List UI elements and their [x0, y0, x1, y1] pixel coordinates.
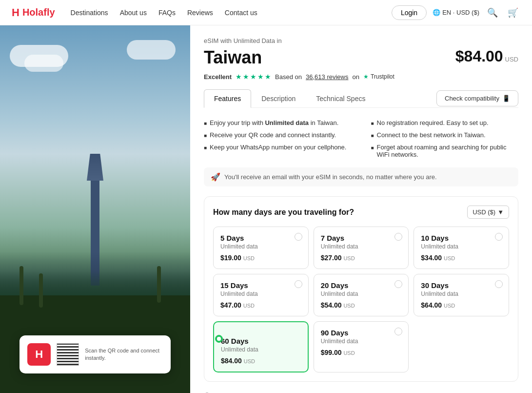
- tabs-row: Features Description Technical Specs Che…: [204, 89, 518, 108]
- palm-tree-1: [20, 266, 23, 305]
- rating-platform-text: on: [352, 73, 359, 81]
- nav-faqs[interactable]: FAQs: [158, 9, 176, 17]
- day-data-30: Unlimited data: [421, 290, 502, 297]
- product-image-column: H Scan the QR code and connect instantly…: [0, 25, 190, 393]
- day-label-90: 90 Days: [321, 329, 402, 337]
- esim-card-description: Scan the QR code and connect instantly.: [85, 347, 163, 362]
- day-price-7: $27.00 USD: [321, 254, 402, 262]
- star-4: ★: [257, 73, 264, 81]
- star-1: ★: [236, 73, 242, 81]
- star-2: ★: [243, 73, 249, 81]
- star-rating: ★ ★ ★ ★ ★: [236, 73, 271, 81]
- day-option-20[interactable]: 20 Days Unlimited data $54.00 USD: [314, 274, 409, 316]
- star-5-half: ★: [265, 73, 271, 81]
- trustpilot-icon: ★: [363, 73, 369, 80]
- feature-text-4: No registration required. Easy to set up…: [377, 119, 489, 126]
- day-radio-5: [295, 233, 302, 241]
- day-option-90[interactable]: 90 Days Unlimited data $99.00 USD: [314, 321, 409, 372]
- day-price-30: $64.00 USD: [421, 301, 502, 309]
- day-option-5[interactable]: 5 Days Unlimited data $19.00 USD: [213, 227, 309, 269]
- rating-label: Excellent: [204, 73, 232, 81]
- currency-selector[interactable]: USD ($) ▼: [467, 206, 509, 219]
- search-icon: 🔍: [487, 8, 498, 18]
- reviews-link[interactable]: 36,613 reviews: [306, 73, 348, 81]
- day-radio-10: [495, 233, 503, 241]
- bullet-2: ■: [204, 133, 207, 138]
- feature-left-3: ■ Keep your WhatsApp number on your cell…: [204, 142, 352, 160]
- day-price-15: $47.00 USD: [220, 301, 301, 309]
- product-title: Taiwan: [204, 47, 262, 68]
- product-price-unit: USD: [505, 56, 518, 63]
- cart-icon: 🛒: [508, 8, 518, 18]
- chevron-down-icon: ▼: [497, 208, 504, 216]
- day-label-5: 5 Days: [220, 234, 301, 242]
- days-grid: 5 Days Unlimited data $19.00 USD 7 Days …: [213, 227, 509, 372]
- days-header: How many days are you traveling for? USD…: [213, 206, 509, 219]
- product-details: eSIM with Unlimited Data in Taiwan $84.0…: [190, 25, 532, 393]
- cloud-decoration-3: [127, 40, 176, 60]
- qr-inner: [57, 344, 79, 365]
- day-data-60: Unlimited data: [221, 346, 301, 353]
- feature-right-2: ■ Connect to the best network in Taiwan.: [371, 130, 519, 140]
- currency-label: USD ($): [473, 208, 495, 216]
- language-selector[interactable]: 🌐 EN · USD ($): [433, 9, 479, 16]
- rocket-icon: 🚀: [211, 172, 220, 182]
- brand-logo[interactable]: H Holafly: [12, 6, 55, 19]
- day-option-7[interactable]: 7 Days Unlimited data $27.00 USD: [314, 227, 409, 269]
- language-label: EN · USD ($): [442, 9, 479, 16]
- tab-features[interactable]: Features: [204, 89, 251, 108]
- check-compatibility-button[interactable]: Check compatibility 📱: [436, 90, 518, 106]
- nav-reviews[interactable]: Reviews: [187, 9, 213, 17]
- nav-contact[interactable]: Contact us: [225, 9, 257, 17]
- product-price: $84.00: [455, 47, 503, 65]
- tab-description[interactable]: Description: [251, 89, 306, 108]
- days-title: How many days are you traveling for?: [213, 208, 354, 217]
- day-radio-60: [215, 335, 223, 343]
- day-data-10: Unlimited data: [421, 243, 502, 250]
- nav-destinations[interactable]: Destinations: [71, 9, 108, 17]
- day-price-10: $34.00 USD: [421, 254, 502, 262]
- brand-name: Holafly: [22, 7, 55, 18]
- day-data-7: Unlimited data: [321, 243, 402, 250]
- feature-right-1: ■ No registration required. Easy to set …: [371, 118, 519, 128]
- main-layout: H Scan the QR code and connect instantly…: [0, 25, 532, 393]
- product-header: Taiwan $84.00 USD: [204, 47, 518, 68]
- feature-left-2: ■ Receive your QR code and connect insta…: [204, 130, 352, 140]
- cart-button[interactable]: 🛒: [506, 5, 520, 20]
- day-option-30[interactable]: 30 Days Unlimited data $64.00 USD: [414, 274, 509, 316]
- day-label-10: 10 Days: [421, 234, 502, 242]
- qr-code: [57, 343, 79, 366]
- feature-text-3: Keep your WhatsApp number on your cellph…: [210, 144, 346, 151]
- day-price-90: $99.00 USD: [321, 349, 402, 356]
- day-radio-30: [495, 280, 503, 288]
- nav-about[interactable]: About us: [120, 9, 147, 17]
- day-price-60: $84.00 USD: [221, 357, 301, 365]
- day-data-20: Unlimited data: [321, 290, 402, 297]
- day-option-10[interactable]: 10 Days Unlimited data $34.00 USD: [414, 227, 509, 269]
- feature-text-5: Connect to the best network in Taiwan.: [377, 131, 486, 139]
- day-data-15: Unlimited data: [220, 290, 301, 297]
- day-option-15[interactable]: 15 Days Unlimited data $47.00 USD: [213, 274, 309, 316]
- bullet-6: ■: [371, 145, 374, 150]
- days-section: How many days are you traveling for? USD…: [204, 196, 518, 382]
- nav-right: Login 🌐 EN · USD ($) 🔍 🛒: [392, 5, 520, 20]
- cloud-decoration-2: [24, 55, 63, 72]
- rating-text: Based on: [275, 73, 302, 81]
- tab-technical-specs[interactable]: Technical Specs: [306, 89, 375, 108]
- feature-left-1: ■ Enjoy your trip with Unlimited data in…: [204, 118, 352, 128]
- day-option-60[interactable]: 60 Days Unlimited data $84.00 USD: [213, 321, 309, 372]
- features-grid: ■ Enjoy your trip with Unlimited data in…: [204, 118, 518, 160]
- product-image: H Scan the QR code and connect instantly…: [0, 25, 190, 393]
- search-button[interactable]: 🔍: [485, 5, 500, 20]
- feature-text-2: Receive your QR code and connect instant…: [210, 131, 336, 139]
- day-radio-15: [295, 280, 302, 288]
- trustpilot-name: Trustpilot: [371, 73, 394, 80]
- product-subtitle: eSIM with Unlimited Data in: [204, 37, 518, 44]
- day-label-60: 60 Days: [221, 337, 301, 345]
- globe-icon: 🌐: [433, 9, 440, 16]
- day-label-20: 20 Days: [321, 281, 402, 290]
- feature-right-3: ■ Forget about roaming and searching for…: [371, 142, 519, 160]
- login-button[interactable]: Login: [392, 5, 427, 20]
- navbar: H Holafly Destinations About us FAQs Rev…: [0, 0, 532, 25]
- palm-tree-2: [39, 273, 43, 308]
